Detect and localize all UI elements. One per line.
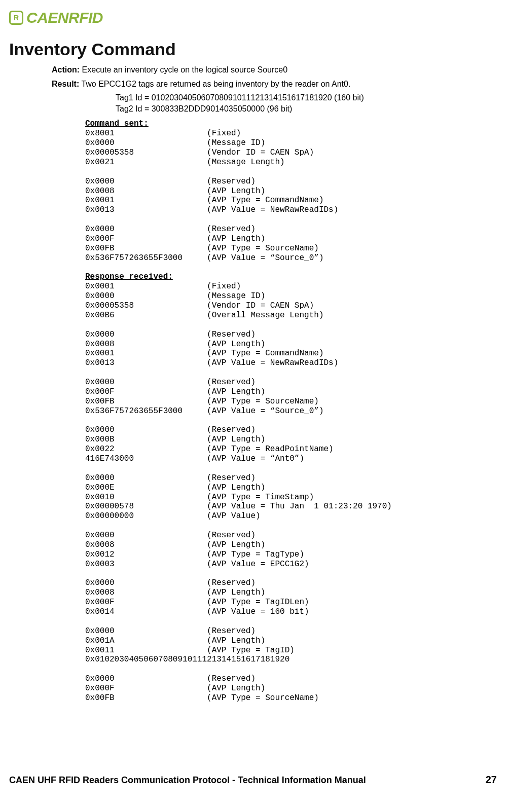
logo-icon: [9, 11, 23, 25]
code-row: 0x0000 (Message ID): [85, 138, 265, 147]
code-row: 0x000F (AVP Type = TagIDLen): [85, 598, 309, 607]
result-text: Two EPCC1G2 tags are returned as being i…: [79, 80, 350, 88]
command-sent-header: Command sent:: [85, 119, 149, 128]
tag1-id: Tag1 Id = 010203040506070809101112131415…: [116, 92, 497, 103]
code-row: 0x0000 (Reserved): [85, 330, 256, 339]
code-row: 0x000E (AVP Length): [85, 483, 265, 492]
code-row: 0x0001 (Fixed): [85, 282, 241, 291]
result-line: Result: Two EPCC1G2 tags are returned as…: [52, 79, 497, 90]
code-row: 0x0011 (AVP Type = TagID): [85, 646, 295, 655]
code-row: 0x001A (AVP Length): [85, 636, 265, 645]
code-row: 0x0000 (Message ID): [85, 291, 265, 301]
logo: CAENRFID: [9, 9, 497, 26]
code-row: 0x0013 (AVP Value = NewRawReadIDs): [85, 358, 338, 367]
tag2-id: Tag2 Id = 300833B2DDD9014035050000 (96 b…: [116, 103, 497, 115]
page-title: Inventory Command: [9, 40, 497, 59]
code-row: 0x536F757263655F3000 (AVP Value = “Sourc…: [85, 407, 323, 416]
code-row: 0x0000 (Reserved): [85, 578, 256, 587]
code-row: 0x000B (AVP Length): [85, 435, 265, 444]
code-row: 0x000F (AVP Length): [85, 684, 265, 693]
code-row: 0x0012 (AVP Type = TagType): [85, 550, 304, 559]
code-row: 0x00005358 (Vendor ID = CAEN SpA): [85, 148, 314, 157]
code-row: 0x0000 (Reserved): [85, 674, 256, 683]
code-row: 0x0003 (AVP Value = EPCC1G2): [85, 560, 309, 569]
code-row: 0x0022 (AVP Type = ReadPointName): [85, 445, 334, 454]
action-label: Action:: [52, 65, 80, 74]
code-row: 0x0001 (AVP Type = CommandName): [85, 196, 323, 205]
code-row: 0x00FB (AVP Type = SourceName): [85, 693, 319, 703]
action-text: Execute an inventory cycle on the logica…: [80, 65, 287, 74]
code-row: 0x0021 (Message Length): [85, 158, 285, 167]
footer-title: CAEN UHF RFID Readers Communication Prot…: [9, 775, 366, 786]
code-row: 0x00005358 (Vendor ID = CAEN SpA): [85, 301, 314, 310]
action-line: Action: Execute an inventory cycle on th…: [52, 64, 497, 76]
code-row: 0x00000578 (AVP Value = Thu Jan 1 01:23:…: [85, 502, 392, 511]
code-row: 0x0013 (AVP Value = NewRawReadIDs): [85, 205, 338, 214]
footer: CAEN UHF RFID Readers Communication Prot…: [9, 774, 497, 786]
code-row: 0x0008 (AVP Length): [85, 588, 265, 597]
code-row: 0x0000 (Reserved): [85, 378, 256, 387]
code-row: 0x00FB (AVP Type = SourceName): [85, 397, 319, 406]
code-row: 0x01020304050607080910111213141516171819…: [85, 655, 289, 664]
code-row: 0x0008 (AVP Length): [85, 187, 265, 196]
code-row: 0x0001 (AVP Type = CommandName): [85, 349, 323, 358]
code-row: 0x536F757263655F3000 (AVP Value = “Sourc…: [85, 253, 323, 263]
code-row: 0x00FB (AVP Type = SourceName): [85, 244, 319, 253]
footer-page-number: 27: [486, 774, 497, 786]
code-row: 0x0000 (Reserved): [85, 177, 256, 186]
code-row: 0x000F (AVP Length): [85, 234, 265, 243]
code-row: 0x0000 (Reserved): [85, 626, 256, 636]
code-row: 0x0000 (Reserved): [85, 473, 256, 483]
code-row: 0x0008 (AVP Length): [85, 340, 265, 349]
code-row: 416E743000 (AVP Value = “Ant0”): [85, 454, 304, 463]
code-row: 0x00000000 (AVP Value): [85, 511, 261, 521]
code-row: 0x0000 (Reserved): [85, 531, 256, 540]
logo-text: CAENRFID: [26, 9, 103, 26]
code-row: 0x00B6 (Overall Message Length): [85, 311, 323, 320]
code-row: 0x0008 (AVP Length): [85, 540, 265, 549]
protocol-dump: Command sent: 0x8001 (Fixed) 0x0000 (Mes…: [85, 119, 497, 703]
code-row: 0x8001 (Fixed): [85, 129, 241, 138]
code-row: 0x000F (AVP Length): [85, 387, 265, 396]
result-label: Result:: [52, 80, 79, 88]
code-row: 0x0000 (Reserved): [85, 425, 256, 434]
code-row: 0x0014 (AVP Value = 160 bit): [85, 607, 309, 616]
code-row: 0x0000 (Reserved): [85, 225, 256, 234]
code-row: 0x0010 (AVP Type = TimeStamp): [85, 493, 314, 502]
response-received-header: Response received:: [85, 272, 173, 281]
